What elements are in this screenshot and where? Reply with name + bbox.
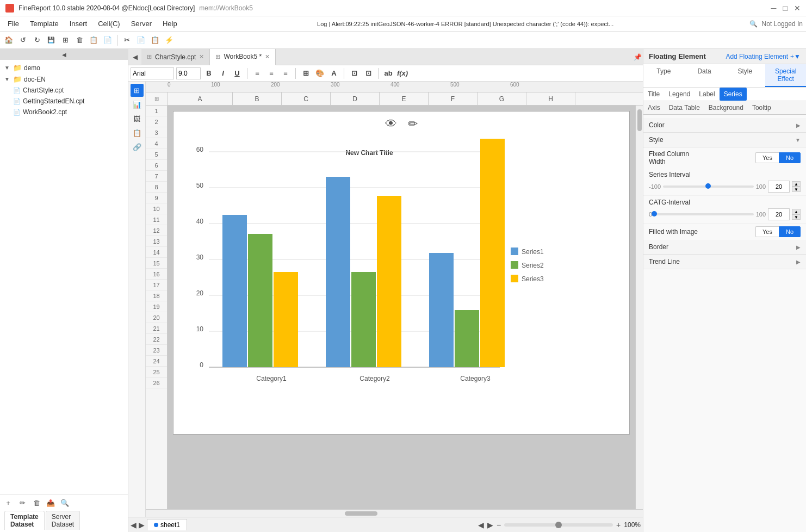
sub-tab-label[interactable]: Label bbox=[695, 88, 719, 101]
horizontal-scrollbar[interactable] bbox=[146, 509, 643, 517]
panel-tab-type[interactable]: Type bbox=[643, 64, 684, 87]
nav-right-btn[interactable]: ▶ bbox=[487, 521, 493, 529]
vert-btn-link[interactable]: 🔗 bbox=[131, 140, 144, 153]
underline-button[interactable]: U bbox=[231, 67, 243, 79]
tab-workbook5[interactable]: ⊞ WorkBook5 * ✕ bbox=[210, 49, 276, 65]
nav-left-btn[interactable]: ◀ bbox=[478, 521, 484, 529]
bold-button[interactable]: B bbox=[203, 67, 215, 79]
italic-button[interactable]: I bbox=[217, 67, 229, 79]
tab-close-chartstyle[interactable]: ✕ bbox=[199, 53, 204, 60]
sidebar-add-btn[interactable]: + bbox=[2, 497, 14, 509]
sub-tab-title[interactable]: Title bbox=[643, 88, 664, 101]
align-right-button[interactable]: ≡ bbox=[280, 67, 292, 79]
sheet-tab-sheet1[interactable]: sheet1 bbox=[147, 519, 187, 530]
tree-item-demo[interactable]: ▼ 📁 demo bbox=[0, 62, 128, 73]
sub-tab-tooltip[interactable]: Tooltip bbox=[748, 101, 776, 114]
minimize-button[interactable]: ─ bbox=[771, 4, 777, 13]
scrollbar-thumb-v[interactable] bbox=[637, 109, 642, 131]
text-wrap-button[interactable]: ab bbox=[382, 67, 394, 79]
sheet-nav-next[interactable]: ▶ bbox=[139, 521, 145, 529]
formula-fx-button[interactable]: f(x) bbox=[396, 67, 408, 79]
sidebar-delete-btn[interactable]: 🗑 bbox=[30, 497, 42, 509]
nav-minus-btn[interactable]: − bbox=[497, 521, 501, 529]
panel-tab-special-effect[interactable]: Special Effect bbox=[765, 64, 806, 87]
tree-item-chartstyle[interactable]: 📄 ChartStyle.cpt bbox=[0, 85, 128, 96]
close-button[interactable]: ✕ bbox=[794, 4, 801, 13]
sub-tab-background[interactable]: Background bbox=[704, 101, 748, 114]
tree-item-gettingstarted[interactable]: 📄 GettingStartedEN.cpt bbox=[0, 96, 128, 107]
menu-insert[interactable]: Insert bbox=[65, 18, 92, 29]
menu-server[interactable]: Server bbox=[127, 18, 156, 29]
sidebar-edit-btn[interactable]: ✏ bbox=[16, 497, 28, 509]
zoom-plus-btn[interactable]: + bbox=[616, 521, 621, 529]
menu-template[interactable]: Template bbox=[26, 18, 63, 29]
font-color-button[interactable]: A bbox=[328, 67, 340, 79]
series-interval-input[interactable] bbox=[768, 181, 790, 193]
chart-eye-icon[interactable]: 👁 bbox=[385, 117, 397, 131]
sub-tab-axis[interactable]: Axis bbox=[643, 101, 665, 114]
sub-tab-series[interactable]: Series bbox=[720, 88, 747, 101]
tab-pin-btn[interactable]: 📌 bbox=[632, 52, 643, 63]
toolbar-paste2[interactable]: 📋 bbox=[148, 34, 162, 47]
toolbar-home[interactable]: 🏠 bbox=[2, 34, 15, 47]
border-section-header[interactable]: Border ▶ bbox=[643, 240, 806, 255]
trend-line-section-header[interactable]: Trend Line ▶ bbox=[643, 255, 806, 269]
toolbar-save[interactable]: 💾 bbox=[45, 34, 58, 47]
border-button[interactable]: ⊞ bbox=[300, 67, 312, 79]
series-interval-thumb[interactable] bbox=[705, 183, 711, 189]
color-section-header[interactable]: Color ▶ bbox=[643, 118, 806, 133]
style-section-header[interactable]: Style ▼ bbox=[643, 133, 806, 147]
align-center-button[interactable]: ≡ bbox=[265, 67, 277, 79]
login-status[interactable]: Not Logged In bbox=[762, 20, 803, 28]
menu-help[interactable]: Help bbox=[158, 18, 182, 29]
toolbar-undo[interactable]: ↺ bbox=[16, 34, 29, 47]
panel-tab-style[interactable]: Style bbox=[725, 64, 766, 87]
zoom-slider[interactable] bbox=[504, 523, 613, 527]
vert-btn-chart[interactable]: 📊 bbox=[131, 98, 144, 111]
font-size-select[interactable] bbox=[176, 67, 201, 79]
merge2-button[interactable]: ⊡ bbox=[362, 67, 374, 79]
toolbar-grid[interactable]: ⊞ bbox=[59, 34, 72, 47]
filled-with-image-no-btn[interactable]: No bbox=[779, 226, 801, 237]
vert-btn-grid[interactable]: ⊞ bbox=[131, 84, 144, 97]
font-family-select[interactable] bbox=[131, 67, 174, 79]
catg-interval-up[interactable]: ▲ bbox=[792, 209, 801, 214]
fill-color-button[interactable]: 🎨 bbox=[314, 67, 326, 79]
filled-with-image-yes-btn[interactable]: Yes bbox=[755, 226, 779, 237]
sidebar-collapse-btn[interactable]: ◀ bbox=[0, 49, 128, 60]
series-interval-up[interactable]: ▲ bbox=[792, 181, 801, 187]
menu-cell[interactable]: Cell(C) bbox=[94, 18, 124, 29]
zoom-slider-thumb[interactable] bbox=[555, 522, 562, 528]
catg-interval-thumb[interactable] bbox=[652, 211, 657, 216]
tab-chartstyle[interactable]: ⊞ ChartStyle.cpt ✕ bbox=[141, 49, 210, 65]
vertical-scrollbar[interactable] bbox=[635, 106, 643, 509]
catg-interval-input[interactable] bbox=[768, 208, 790, 220]
template-dataset-tab[interactable]: Template Dataset bbox=[4, 511, 45, 530]
sheet-nav-prev[interactable]: ◀ bbox=[131, 521, 137, 529]
toolbar-flash[interactable]: ⚡ bbox=[163, 34, 176, 47]
vert-btn-image[interactable]: 🖼 bbox=[131, 112, 144, 125]
sidebar-search-btn[interactable]: 🔍 bbox=[59, 497, 71, 509]
tab-collapse-left[interactable]: ◀ bbox=[128, 49, 141, 65]
align-left-button[interactable]: ≡ bbox=[251, 67, 263, 79]
toolbar-delete[interactable]: 🗑 bbox=[73, 34, 86, 47]
sub-tab-legend[interactable]: Legend bbox=[664, 88, 695, 101]
toolbar-cut[interactable]: ✂ bbox=[120, 34, 133, 47]
chart-floating-element[interactable]: 👁 ✏ New Chart Title 0 bbox=[173, 111, 630, 435]
toolbar-copy-style[interactable]: 📋 bbox=[87, 34, 100, 47]
series-interval-down[interactable]: ▼ bbox=[792, 187, 801, 192]
fixed-column-width-yes-btn[interactable]: Yes bbox=[755, 152, 779, 163]
tree-item-workbook2[interactable]: 📄 WorkBook2.cpt bbox=[0, 107, 128, 117]
catg-interval-slider[interactable] bbox=[654, 213, 754, 215]
maximize-button[interactable]: □ bbox=[783, 4, 788, 13]
menu-file[interactable]: File bbox=[3, 18, 23, 29]
scrollbar-thumb-h[interactable] bbox=[345, 511, 377, 516]
sub-tab-datatable[interactable]: Data Table bbox=[665, 101, 704, 114]
sidebar-export-btn[interactable]: 📤 bbox=[45, 497, 57, 509]
toolbar-copy[interactable]: 📄 bbox=[134, 34, 147, 47]
series-interval-slider[interactable] bbox=[663, 185, 754, 188]
toolbar-redo[interactable]: ↻ bbox=[30, 34, 44, 47]
search-icon[interactable]: 🔍 bbox=[749, 20, 758, 28]
tab-close-workbook5[interactable]: ✕ bbox=[265, 53, 270, 60]
add-floating-element-btn[interactable]: Add Floating Element +▼ bbox=[726, 53, 801, 60]
